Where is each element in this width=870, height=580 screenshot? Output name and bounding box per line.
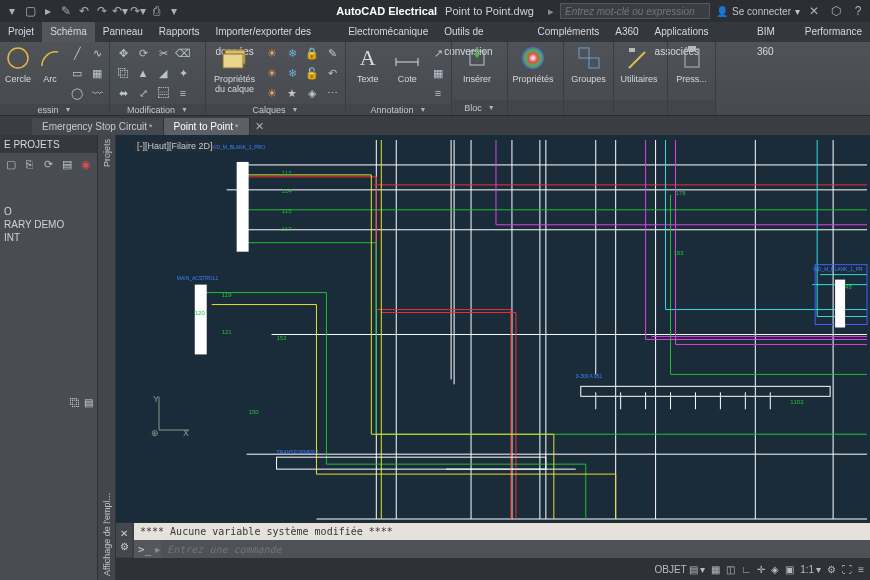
proj-item-2[interactable]: INT [2, 231, 95, 244]
status-grid-icon[interactable]: ▦ [711, 564, 720, 575]
mtext-icon[interactable]: ≡ [429, 84, 447, 102]
status-osnap-icon[interactable]: ▣ [785, 564, 794, 575]
polyline-icon[interactable]: ∿ [88, 44, 106, 62]
presse-button[interactable]: Press... [672, 44, 711, 98]
arc-button[interactable]: Arc [36, 44, 64, 98]
signin-button[interactable]: 👤 Se connecter ▾ [716, 6, 800, 17]
layer-unlock-icon[interactable]: 🔓 [303, 64, 321, 82]
layer-iso-icon[interactable]: ☀ [263, 64, 281, 82]
proj-new-icon[interactable]: ▢ [4, 156, 19, 172]
projects-tree[interactable]: O RARY DEMO INT [0, 175, 97, 394]
move-icon[interactable]: ✥ [114, 44, 132, 62]
tab-rapports[interactable]: Rapports [151, 22, 208, 42]
array-icon[interactable]: ⿳ [154, 84, 172, 102]
layer-properties-button[interactable]: Propriétés du calque [210, 44, 259, 98]
stayconnected-icon[interactable]: ⬡ [828, 3, 844, 19]
tab-panneau[interactable]: Panneau [95, 22, 151, 42]
status-custom-icon[interactable]: ≡ [858, 564, 864, 575]
doctab-point[interactable]: Point to Point* [164, 118, 250, 135]
layer-off-icon[interactable]: ☀ [263, 44, 281, 62]
cote-button[interactable]: Cote [390, 44, 426, 98]
vtab-projets[interactable]: Projets [102, 139, 112, 167]
layer-prev-icon[interactable]: ↶ [323, 64, 341, 82]
redo-icon[interactable]: ↷ [94, 3, 110, 19]
scale-icon[interactable]: ⤢ [134, 84, 152, 102]
proj-filter-icon[interactable]: ▤ [60, 156, 75, 172]
tab-complements[interactable]: Compléments [530, 22, 608, 42]
status-scale[interactable]: 1:1 ▾ [800, 564, 821, 575]
qat-more-icon[interactable]: ▾ [166, 3, 182, 19]
tab-apps[interactable]: Applications associées [647, 22, 749, 42]
proj-item-1[interactable]: RARY DEMO [2, 218, 95, 231]
layer-lock-icon[interactable]: 🔒 [303, 44, 321, 62]
save-icon[interactable]: ✎ [58, 3, 74, 19]
help-search-input[interactable] [560, 3, 710, 19]
layer-more-icon[interactable]: ⋯ [323, 84, 341, 102]
utilitaires-button[interactable]: Utilitaires [618, 44, 660, 98]
proj-refresh-icon[interactable]: ⟳ [41, 156, 56, 172]
layer-freeze-icon[interactable]: ❄ [283, 44, 301, 62]
undo-drop-icon[interactable]: ↶▾ [112, 3, 128, 19]
undo-icon[interactable]: ↶ [76, 3, 92, 19]
layer-walk-icon[interactable]: ◈ [303, 84, 321, 102]
status-polar-icon[interactable]: ✛ [757, 564, 765, 575]
ellipse-icon[interactable]: ◯ [68, 84, 86, 102]
tab-electromecanique[interactable]: Electromécanique [340, 22, 436, 42]
layer-match-icon[interactable]: ✎ [323, 44, 341, 62]
status-max-icon[interactable]: ⛶ [842, 564, 852, 575]
tab-projet[interactable]: Projet [0, 22, 42, 42]
copy-icon[interactable]: ⿻ [114, 64, 132, 82]
drawing-canvas[interactable]: [-][Haut][Filaire 2D] [116, 135, 870, 522]
viewport-label[interactable]: [-][Haut][Filaire 2D] [134, 140, 216, 152]
status-ortho-icon[interactable]: ∟ [741, 564, 751, 575]
proj-help-icon[interactable]: ◉ [78, 156, 93, 172]
status-iso-icon[interactable]: ◈ [771, 564, 779, 575]
add-tab-button[interactable]: ✕ [250, 118, 270, 135]
proj-collapse-icon[interactable]: ⿻ [70, 397, 80, 408]
tab-bim360[interactable]: BIM 360 [749, 22, 797, 42]
tab-schema[interactable]: Schéma [42, 22, 95, 42]
fillet-icon[interactable]: ◢ [154, 64, 172, 82]
command-close[interactable]: ✕⚙ [116, 523, 132, 557]
tab-import-export[interactable]: Importer/exporter des données [207, 22, 340, 42]
mirror-icon[interactable]: ▲ [134, 64, 152, 82]
exchange-icon[interactable]: ✕ [806, 3, 822, 19]
plot-icon[interactable]: ⎙ [148, 3, 164, 19]
layer-on-icon[interactable]: ☀ [263, 84, 281, 102]
vtab-affichage[interactable]: Affichage de l'empl... [102, 493, 112, 576]
side-palette-strip[interactable]: Projets Affichage de l'empl... [98, 135, 116, 580]
rect-icon[interactable]: ▭ [68, 64, 86, 82]
hatch-icon[interactable]: ▦ [88, 64, 106, 82]
trim-icon[interactable]: ✂ [154, 44, 172, 62]
status-snap-icon[interactable]: ◫ [726, 564, 735, 575]
tab-a360[interactable]: A360 [607, 22, 646, 42]
proj-settings-icon[interactable]: ▤ [84, 397, 93, 408]
command-input[interactable] [161, 540, 870, 558]
cercle-button[interactable]: Cercle [4, 44, 32, 98]
groupes-button[interactable]: Groupes [568, 44, 609, 98]
spline-icon[interactable]: 〰 [88, 84, 106, 102]
redo-drop-icon[interactable]: ↷▾ [130, 3, 146, 19]
erase-icon[interactable]: ⌫ [174, 44, 192, 62]
inserer-button[interactable]: Insérer [456, 44, 498, 98]
doctab-emergency[interactable]: Emergency Stop Circuit* [32, 118, 164, 135]
table-icon[interactable]: ▦ [429, 64, 447, 82]
proprietes-button[interactable]: Propriétés [512, 44, 554, 98]
proj-item-0[interactable]: O [2, 205, 95, 218]
rotate-icon[interactable]: ⟳ [134, 44, 152, 62]
app-menu-icon[interactable]: ▾ [4, 3, 20, 19]
leader-icon[interactable]: ↗ [429, 44, 447, 62]
proj-open-icon[interactable]: ⎘ [23, 156, 38, 172]
layer-thaw-icon[interactable]: ❄ [283, 64, 301, 82]
new-icon[interactable]: ▢ [22, 3, 38, 19]
help-icon[interactable]: ? [850, 3, 866, 19]
texte-button[interactable]: A Texte [350, 44, 386, 98]
status-gear-icon[interactable]: ⚙ [827, 564, 836, 575]
line-icon[interactable]: ╱ [68, 44, 86, 62]
explode-icon[interactable]: ✦ [174, 64, 192, 82]
offset-icon[interactable]: ≡ [174, 84, 192, 102]
status-objet[interactable]: OBJET ▤ ▾ [654, 564, 705, 575]
layer-state-icon[interactable]: ★ [283, 84, 301, 102]
tab-performance[interactable]: Performance [797, 22, 870, 42]
tab-conversion[interactable]: Outils de conversion [436, 22, 529, 42]
